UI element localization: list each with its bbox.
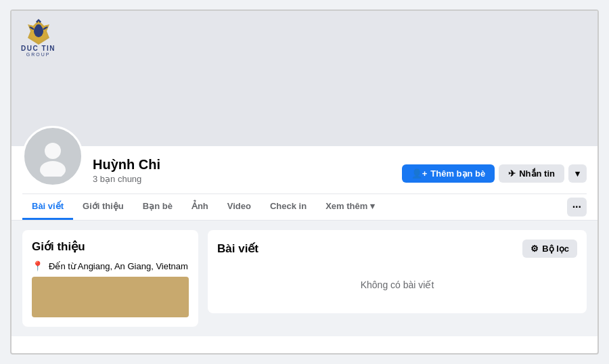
avatar-silhouette-icon: [32, 136, 73, 177]
posts-title: Bài viết: [217, 242, 258, 256]
profile-info-row: Huỳnh Chi 3 bạn chung 👤+ Thêm bạn bè ✈ N…: [22, 146, 587, 194]
add-friend-button[interactable]: 👤+ Thêm bạn bè: [402, 164, 495, 183]
profile-nav: Bài viết Giới thiệu Bạn bè Ảnh Video Che…: [12, 194, 597, 221]
svg-point-5: [45, 143, 61, 159]
no-posts-message: Không có bài viết: [217, 266, 577, 304]
profile-name-area: Huỳnh Chi 3 bạn chung: [93, 156, 402, 187]
svg-point-6: [40, 161, 66, 177]
tab-bai-viet[interactable]: Bài viết: [22, 194, 73, 220]
message-button[interactable]: ✈ Nhắn tin: [499, 164, 564, 183]
tab-gioi-thieu[interactable]: Giới thiệu: [73, 194, 133, 220]
nav-more-dots-button[interactable]: ···: [567, 198, 587, 217]
duc-tin-logo-icon: [24, 18, 53, 47]
location-item: 📍 Đến từ Angiang, An Giang, Vietnam: [32, 260, 189, 271]
message-icon: ✈: [508, 168, 516, 179]
filter-icon: ⚙: [531, 244, 539, 254]
avatar: [22, 126, 83, 187]
right-content: Bài viết ⚙ Bộ lọc Không có bài viết: [208, 230, 587, 327]
posts-card: Bài viết ⚙ Bộ lọc Không có bài viết: [208, 230, 587, 313]
browser-frame: DUC TIN GROUP Huỳnh Chi 3 bạn chung: [10, 9, 599, 355]
main-content: Giới thiệu 📍 Đến từ Angiang, An Giang, V…: [12, 221, 597, 336]
profile-actions: 👤+ Thêm bạn bè ✈ Nhắn tin ▾: [402, 164, 587, 187]
logo-area: DUC TIN GROUP: [21, 18, 55, 57]
tab-video[interactable]: Video: [218, 194, 261, 220]
tab-ban-be[interactable]: Bạn bè: [133, 194, 182, 220]
posts-header: Bài viết ⚙ Bộ lọc: [217, 240, 577, 258]
left-sidebar: Giới thiệu 📍 Đến từ Angiang, An Giang, V…: [22, 230, 198, 327]
location-icon: 📍: [32, 260, 43, 271]
mutual-friends-count: 3 bạn chung: [93, 174, 402, 184]
profile-section: Huỳnh Chi 3 bạn chung 👤+ Thêm bạn bè ✈ N…: [12, 146, 597, 194]
tab-check-in[interactable]: Check in: [261, 194, 316, 220]
filter-button[interactable]: ⚙ Bộ lọc: [522, 240, 577, 258]
logo-text-duc: DUC TIN GROUP: [21, 45, 55, 57]
tab-xem-them[interactable]: Xem thêm ▾: [316, 194, 384, 220]
intro-card: Giới thiệu 📍 Đến từ Angiang, An Giang, V…: [22, 230, 198, 327]
intro-title: Giới thiệu: [32, 240, 189, 254]
intro-image-preview: [32, 277, 189, 317]
more-actions-button[interactable]: ▾: [568, 164, 587, 183]
svg-point-3: [36, 24, 41, 30]
profile-name: Huỳnh Chi: [93, 156, 402, 173]
tab-anh[interactable]: Ảnh: [182, 194, 218, 220]
add-friend-icon: 👤+: [411, 168, 428, 179]
cover-photo: DUC TIN GROUP: [12, 11, 597, 146]
location-text: Đến từ Angiang, An Giang, Vietnam: [49, 261, 188, 271]
